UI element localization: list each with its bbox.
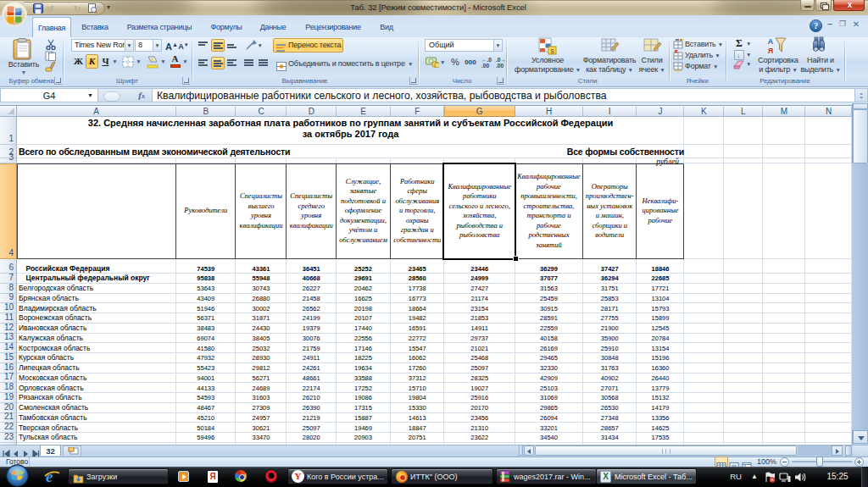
svg-text:.00: .00	[496, 63, 504, 69]
svg-text:.00: .00	[481, 63, 489, 69]
svg-text:?: ?	[814, 21, 818, 30]
svg-text:Я: Я	[768, 47, 773, 55]
svg-text:.0→: .0→	[496, 57, 506, 63]
svg-text:←.0: ←.0	[481, 57, 492, 63]
svg-text:S: S	[550, 48, 554, 54]
svg-text:А: А	[768, 37, 774, 46]
svg-text:e: e	[46, 468, 53, 485]
